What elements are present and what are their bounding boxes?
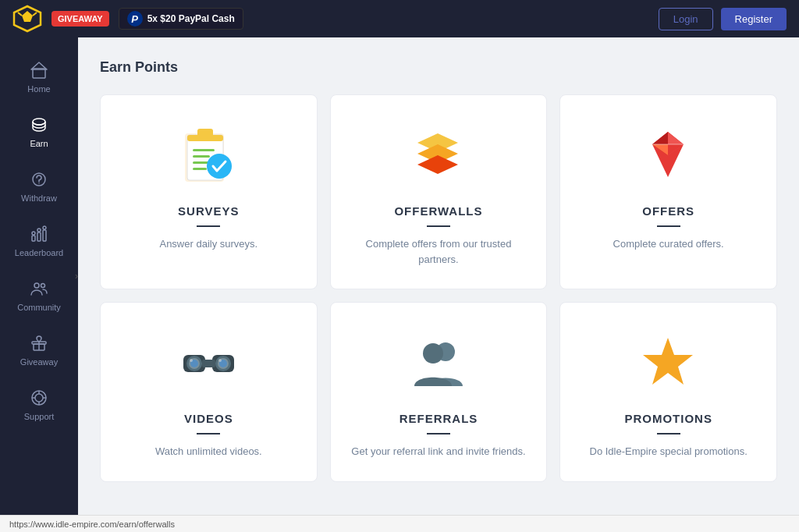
- sidebar-label-earn: Earn: [30, 139, 48, 148]
- referrals-divider: [427, 433, 450, 434]
- promotions-title: PROMOTIONS: [624, 412, 712, 425]
- community-icon: [30, 279, 48, 298]
- sidebar-item-home[interactable]: Home: [0, 50, 78, 105]
- svg-marker-39: [417, 155, 458, 174]
- offerwalls-desc: Complete offers from our trusted partner…: [346, 236, 531, 267]
- support-icon: [30, 388, 48, 407]
- statusbar: https://www.idle-empire.com/earn/offerwa…: [0, 515, 799, 532]
- svg-point-60: [423, 343, 443, 364]
- svg-point-16: [43, 226, 46, 229]
- surveys-title: SURVEYS: [178, 204, 239, 218]
- card-referrals[interactable]: REFERRALS Get your referral link and inv…: [330, 302, 548, 482]
- sidebar-chevron: ›: [75, 271, 78, 282]
- surveys-divider: [197, 225, 220, 227]
- svg-marker-1: [22, 11, 33, 22]
- giveaway-badge[interactable]: Giveaway: [51, 11, 109, 27]
- paypal-icon: P: [127, 11, 143, 27]
- withdraw-icon: [30, 170, 48, 189]
- sidebar-item-support[interactable]: Support: [0, 378, 78, 432]
- card-promotions[interactable]: PROMOTIONS Do Idle-Empire special promot…: [559, 302, 777, 482]
- offerwalls-divider: [427, 225, 450, 227]
- svg-point-23: [35, 394, 43, 402]
- videos-desc: Watch unlimited videos.: [155, 444, 262, 459]
- svg-point-57: [190, 359, 193, 362]
- svg-rect-12: [37, 232, 41, 241]
- svg-point-10: [38, 183, 39, 183]
- svg-line-3: [33, 12, 37, 16]
- sidebar-label-community: Community: [17, 303, 61, 312]
- svg-rect-31: [187, 135, 223, 141]
- sidebar-item-leaderboard[interactable]: Leaderboard: [0, 214, 78, 268]
- cards-grid: SURVEYS Answer daily surveys. OFFERWALLS…: [100, 94, 777, 482]
- offers-icon: [634, 120, 704, 190]
- register-button[interactable]: Register: [721, 8, 787, 30]
- videos-title: VIDEOS: [184, 412, 233, 425]
- referrals-desc: Get your referral link and invite friend…: [351, 444, 525, 459]
- svg-marker-61: [643, 338, 693, 385]
- svg-point-36: [207, 154, 232, 179]
- svg-rect-48: [202, 360, 215, 367]
- offers-desc: Complete curated offers.: [613, 236, 724, 252]
- svg-rect-11: [32, 236, 35, 241]
- card-surveys[interactable]: SURVEYS Answer daily surveys.: [100, 94, 318, 289]
- topbar-left: Giveaway P 5x $20 PayPal Cash: [12, 5, 243, 33]
- sidebar-item-withdraw[interactable]: Withdraw: [0, 159, 78, 214]
- svg-rect-32: [193, 149, 215, 151]
- offers-title: OFFERS: [642, 204, 694, 218]
- surveys-icon: [173, 120, 243, 190]
- sidebar-item-giveaway[interactable]: Giveaway: [0, 323, 78, 378]
- videos-divider: [197, 433, 220, 434]
- sidebar-item-earn[interactable]: Earn: [0, 105, 78, 159]
- svg-rect-33: [193, 155, 210, 158]
- topbar: Giveaway P 5x $20 PayPal Cash Login Regi…: [0, 0, 799, 37]
- svg-point-14: [32, 232, 35, 235]
- svg-rect-35: [193, 168, 207, 170]
- logo-icon: [12, 5, 42, 33]
- svg-point-17: [34, 283, 39, 288]
- status-url: https://www.idle-empire.com/earn/offerwa…: [9, 520, 175, 529]
- main-layout: Home Earn: [0, 37, 799, 515]
- card-videos[interactable]: VIDEOS Watch unlimited videos.: [100, 302, 318, 482]
- svg-line-2: [18, 12, 22, 16]
- home-icon: [30, 61, 48, 80]
- svg-point-58: [218, 359, 222, 362]
- card-offers[interactable]: OFFERS Complete curated offers.: [559, 94, 777, 289]
- sidebar-label-giveaway: Giveaway: [20, 357, 58, 367]
- svg-point-18: [41, 284, 45, 288]
- svg-rect-13: [43, 230, 46, 241]
- promotions-desc: Do Idle-Empire special promotions.: [590, 444, 748, 459]
- page-title: Earn Points: [100, 59, 777, 76]
- paypal-label: 5x $20 PayPal Cash: [147, 13, 235, 24]
- sidebar-label-home: Home: [27, 84, 50, 94]
- referrals-icon: [403, 328, 474, 398]
- promotions-divider: [657, 433, 680, 434]
- paypal-badge[interactable]: P 5x $20 PayPal Cash: [119, 8, 243, 30]
- videos-icon: [173, 328, 243, 398]
- sidebar-label-leaderboard: Leaderboard: [15, 248, 63, 257]
- sidebar: Home Earn: [0, 37, 78, 515]
- earn-icon: [30, 115, 48, 134]
- sidebar-label-support: Support: [24, 412, 55, 421]
- offerwalls-title: OFFERWALLS: [394, 204, 482, 218]
- sidebar-item-community[interactable]: Community: [0, 268, 78, 323]
- card-offerwalls[interactable]: OFFERWALLS Complete offers from our trus…: [330, 94, 548, 289]
- referrals-title: REFERRALS: [400, 412, 478, 425]
- sidebar-label-withdraw: Withdraw: [21, 193, 57, 203]
- surveys-desc: Answer daily surveys.: [159, 236, 257, 252]
- giveaway-icon: [30, 334, 48, 353]
- leaderboard-icon: [30, 225, 48, 243]
- promotions-icon: [634, 328, 704, 398]
- topbar-right: Login Register: [659, 8, 787, 30]
- svg-rect-4: [33, 69, 45, 78]
- offerwalls-icon: [403, 120, 474, 190]
- offers-divider: [657, 225, 680, 227]
- main-content: Earn Points: [78, 37, 799, 515]
- svg-point-15: [37, 229, 41, 232]
- login-button[interactable]: Login: [659, 8, 713, 30]
